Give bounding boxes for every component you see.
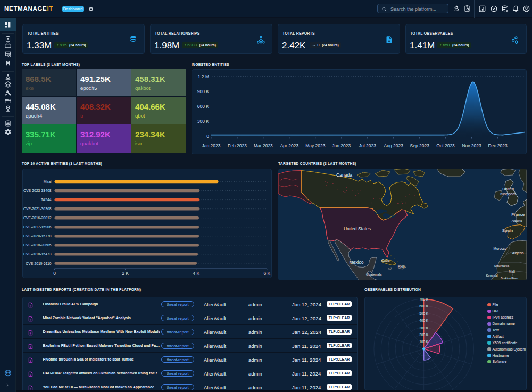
svg-text:CVE-2020-15778: CVE-2020-15778 — [23, 234, 52, 238]
svg-text:Mauritania: Mauritania — [494, 264, 510, 268]
svg-text:Jul 2023: Jul 2023 — [359, 143, 376, 148]
svg-text:Andorra: Andorra — [512, 219, 523, 222]
svg-text:Canada: Canada — [336, 172, 352, 178]
svg-text:France: France — [511, 212, 525, 217]
svg-text:CVE-2023-38408: CVE-2023-38408 — [23, 189, 52, 193]
svg-text:200 K: 200 K — [419, 333, 429, 337]
svg-text:Senegal: Senegal — [486, 274, 498, 277]
svg-text:Kingdom: Kingdom — [500, 191, 516, 196]
svg-text:4 K: 4 K — [193, 271, 200, 276]
svg-text:0: 0 — [53, 271, 56, 276]
svg-text:Algeria: Algeria — [512, 251, 524, 255]
svg-text:Guatemala: Guatemala — [366, 273, 382, 276]
svg-text:CVE-2017-15906: CVE-2017-15906 — [23, 225, 52, 229]
svg-text:CVE-2016-20012: CVE-2016-20012 — [23, 216, 52, 220]
svg-text:600 K: 600 K — [419, 304, 429, 308]
svg-text:0: 0 — [206, 134, 209, 139]
svg-text:Cuba: Cuba — [381, 258, 390, 262]
svg-text:900 K: 900 K — [197, 89, 210, 94]
svg-text:Feb 2023: Feb 2023 — [228, 143, 247, 148]
svg-text:CVE-2018-20685: CVE-2018-20685 — [23, 243, 52, 247]
svg-text:Aug 2023: Aug 2023 — [384, 143, 403, 148]
svg-text:Burkina Faso: Burkina Faso — [501, 277, 518, 280]
svg-text:Mexico: Mexico — [350, 260, 364, 265]
svg-text:CVE-2018-15473: CVE-2018-15473 — [23, 252, 52, 256]
svg-text:Apr 2023: Apr 2023 — [280, 143, 299, 148]
svg-text:Jun 2023: Jun 2023 — [332, 143, 351, 148]
svg-text:300 K: 300 K — [197, 119, 210, 124]
svg-text:1.2 M: 1.2 M — [198, 74, 209, 79]
svg-text:Dec 2023: Dec 2023 — [488, 143, 508, 148]
svg-text:Mali: Mali — [509, 270, 515, 273]
svg-text:Oct 2023: Oct 2023 — [436, 143, 455, 148]
svg-text:600 K: 600 K — [197, 104, 210, 109]
svg-text:Haiti: Haiti — [398, 265, 405, 269]
svg-text:300 K: 300 K — [419, 326, 429, 330]
svg-text:Sep 2023: Sep 2023 — [410, 143, 429, 148]
svg-text:Morocco: Morocco — [494, 247, 507, 251]
svg-text:Nov 2023: Nov 2023 — [462, 143, 481, 148]
svg-text:500 K: 500 K — [419, 312, 429, 315]
svg-text:Spain: Spain — [502, 228, 513, 233]
svg-text:Mirai: Mirai — [44, 180, 52, 184]
svg-text:May 2023: May 2023 — [305, 143, 326, 148]
svg-text:TA544: TA544 — [41, 198, 52, 202]
svg-text:United States: United States — [344, 226, 371, 231]
svg-text:United: United — [502, 187, 514, 191]
svg-text:6 K: 6 K — [263, 271, 270, 276]
svg-text:Mar 2023: Mar 2023 — [254, 143, 273, 148]
svg-text:2 K: 2 K — [122, 271, 129, 276]
svg-text:CVE-2019-6110: CVE-2019-6110 — [26, 262, 51, 265]
svg-text:100 K: 100 K — [419, 340, 429, 344]
svg-text:Jan 2023: Jan 2023 — [202, 143, 221, 148]
svg-text:CVE-2021-36368: CVE-2021-36368 — [23, 207, 52, 211]
svg-text:400 K: 400 K — [419, 319, 429, 322]
svg-text:700 K: 700 K — [419, 297, 429, 301]
